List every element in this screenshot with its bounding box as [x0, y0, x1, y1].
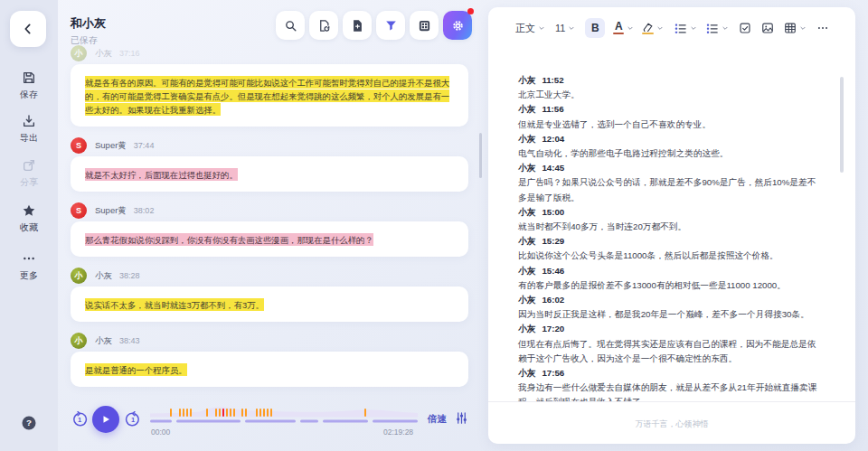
chat-message: 小小灰37:16就是各有各的原因。可能有的是觉得可能可能比如说这个工作可能暂时觉… [71, 45, 468, 127]
entry-speaker-time: 小灰11:56 [518, 102, 825, 117]
entry-speaker: 小灰 [518, 134, 535, 144]
ellipsis-icon [816, 22, 829, 34]
message-bubble[interactable]: 那么青花假如说你没踩到，你没有你没有去画这些漫画，那现在是什么样的？ [71, 221, 468, 257]
entry-speaker: 小灰 [518, 236, 535, 246]
entry-speaker: 小灰 [518, 207, 535, 217]
search-button[interactable] [276, 11, 305, 40]
sidebar-item-export[interactable]: 导出 [20, 114, 38, 145]
sidebar-item-save[interactable]: 保存 [20, 70, 38, 101]
entry-speaker: 小灰 [518, 104, 535, 114]
message-timestamp: 38:28 [119, 271, 140, 280]
highlight-button[interactable] [642, 22, 664, 35]
transcript-entry: 小灰15:00就当时都不到40多万，当时连20万都不到。 [518, 205, 825, 234]
editor-toolbar: 正文 11 B A [488, 7, 855, 49]
more-tools-button[interactable] [816, 22, 829, 34]
editor-content[interactable]: 小灰11:52北京工业大学。小灰11:56但就是专业选错了，选到一个自己不喜欢的… [488, 49, 855, 402]
sidebar-items: 保存导出分享收藏更多 [0, 70, 58, 282]
checkbox-button[interactable] [739, 22, 751, 34]
question-icon: ? [21, 415, 37, 431]
back-button[interactable] [10, 11, 46, 47]
ai-assistant-button[interactable] [443, 11, 472, 40]
message-timestamp: 37:44 [134, 141, 155, 150]
insert-image-button[interactable] [761, 22, 774, 34]
app: 保存导出分享收藏更多 ? 和小灰 已保存 小小灰37:16就是各有各的原因。可能… [0, 0, 868, 451]
entry-time: 11:56 [542, 104, 563, 114]
svg-text:1: 1 [78, 416, 81, 424]
entry-time: 15:29 [542, 236, 564, 246]
entry-speaker: 小灰 [518, 368, 535, 378]
message-header: 小小灰38:28 [71, 268, 468, 284]
message-bubble[interactable]: 是就是普通的一个程序员。 [71, 352, 468, 387]
entry-time: 12:04 [542, 134, 564, 144]
entry-text: 是广告吗？如果只说公众号的话，那就是差不多90%是广告，然后10%是差不多是输了… [518, 175, 825, 204]
sidebar-item-label: 保存 [20, 89, 38, 101]
chat-panel: 和小灰 已保存 小小灰37:16就是各有各的原因。可能有的是觉得可能可能比如说这… [58, 0, 488, 451]
highlighted-text: 就是各有各的原因。可能有的是觉得可能可能比如说这个工作可能暂时觉得对自己的提升不… [85, 76, 449, 116]
message-bubble[interactable]: 说实话不太多，就当时就连3万都不到，有3万。 [71, 287, 468, 322]
play-button[interactable] [92, 406, 119, 433]
ordered-list-button[interactable] [674, 22, 697, 35]
share-icon [22, 158, 36, 173]
sidebar-item-more[interactable]: 更多 [20, 251, 38, 282]
save-icon [22, 70, 36, 85]
avatar: S [71, 202, 87, 219]
bold-button[interactable]: B [585, 18, 605, 38]
sidebar-item-favorite[interactable]: 收藏 [20, 203, 38, 234]
entry-speaker: 小灰 [518, 163, 535, 173]
sidebar-item-share: 分享 [20, 158, 38, 189]
chevron-down-icon [627, 24, 634, 32]
highlighted-text: 就是不太好拧，后面现在过得也挺好的。 [85, 168, 238, 181]
notes-editor-panel: 正文 11 B A [488, 7, 855, 444]
elapsed-time: 00:00 [151, 428, 170, 437]
entry-speaker: 小灰 [518, 295, 535, 305]
svg-text:1: 1 [131, 416, 135, 424]
skip-forward-button[interactable]: 1 [125, 411, 141, 428]
transcript-entry: 小灰11:56但就是专业选错了，选到一个自己不喜欢的专业。 [518, 102, 825, 131]
editor-watermark: 万语千言，心领神悟 [488, 404, 855, 444]
message-bubble[interactable]: 就是各有各的原因。可能有的是觉得可能可能比如说这个工作可能暂时觉得对自己的提升不… [71, 64, 468, 127]
sidebar: 保存导出分享收藏更多 ? [0, 0, 58, 451]
speed-button[interactable]: 倍速 [428, 413, 447, 426]
doc-add-button[interactable] [343, 11, 372, 40]
filter-button[interactable] [376, 11, 405, 40]
message-timestamp: 38:02 [134, 206, 155, 215]
insert-table-button[interactable] [784, 22, 807, 34]
font-color-button[interactable]: A [613, 22, 634, 35]
chevron-down-icon [690, 24, 697, 32]
chat-scrollbar[interactable] [479, 133, 482, 178]
translate-button[interactable] [410, 11, 439, 40]
font-size-select[interactable]: 11 [555, 23, 575, 33]
message-header: SSuper黄37:44 [71, 137, 468, 154]
transcript-entry: 小灰17:56我身边有一些什么做爱去自媒体的朋友，就是从差不多从21年开始就直播… [518, 366, 825, 402]
entry-speaker-time: 小灰16:02 [518, 293, 825, 307]
entry-speaker-time: 小灰15:29 [518, 234, 825, 249]
transcript-entry: 小灰14:45是广告吗？如果只说公众号的话，那就是差不多90%是广告，然后10%… [518, 161, 825, 205]
bullet-list-button[interactable] [705, 22, 729, 35]
editor-scrollbar[interactable] [840, 77, 844, 173]
message-bubble[interactable]: 就是不太好拧，后面现在过得也挺好的。 [71, 156, 468, 192]
entry-time: 15:46 [542, 266, 564, 276]
entry-speaker-time: 小灰17:20 [518, 322, 825, 336]
highlighted-text: 说实话不太多，就当时就连3万都不到，有3万。 [85, 298, 264, 311]
help-button[interactable]: ? [21, 415, 37, 431]
entry-speaker-time: 小灰15:00 [518, 205, 825, 220]
export-icon [22, 114, 36, 128]
equalizer-button[interactable] [454, 411, 468, 426]
entry-speaker-time: 小灰12:04 [518, 132, 825, 146]
notification-dot [467, 8, 474, 14]
translate-icon [418, 19, 431, 33]
message-header: 小小灰38:43 [71, 333, 468, 349]
doc-export-button[interactable] [309, 11, 338, 40]
chevron-down-icon [799, 24, 807, 32]
transcript-entry: 小灰12:04电气自动化，学的那些电子电路过程控制之类的这些。 [518, 132, 825, 161]
entry-time: 15:00 [542, 207, 564, 217]
paragraph-style-select[interactable]: 正文 [515, 22, 545, 35]
message-list: 小小灰37:16就是各有各的原因。可能有的是觉得可能可能比如说这个工作可能暂时觉… [71, 43, 468, 398]
waveform[interactable] [150, 402, 418, 426]
checkbox-icon [739, 22, 751, 34]
chat-message: SSuper黄37:44就是不太好拧，后面现在过得也挺好的。 [71, 137, 468, 192]
chevron-down-icon [722, 24, 729, 32]
doc-add-icon [351, 19, 364, 33]
skip-back-button[interactable]: 1 [71, 411, 88, 428]
message-timestamp: 38:43 [119, 336, 140, 345]
